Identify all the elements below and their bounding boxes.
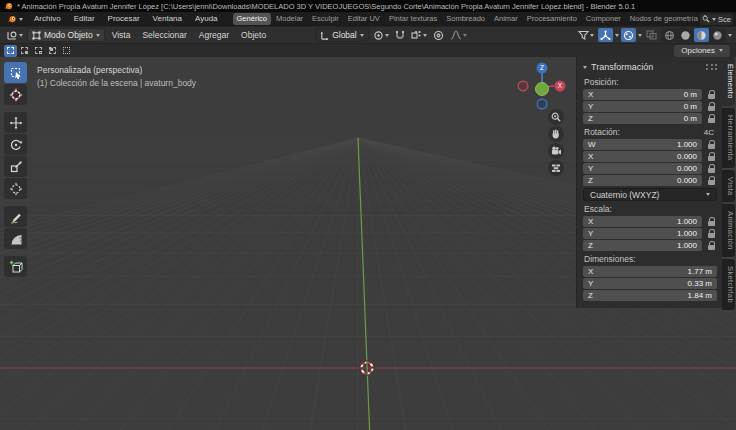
menu-vista[interactable]: Vista bbox=[107, 28, 136, 42]
rotation-w-field[interactable]: W1.000 bbox=[583, 139, 702, 150]
gizmos-toggle[interactable] bbox=[598, 28, 613, 42]
select-mode-invert-button[interactable] bbox=[46, 45, 59, 57]
lock-icon[interactable] bbox=[706, 115, 717, 123]
grip-icon[interactable] bbox=[706, 64, 717, 70]
dimensions-y-field[interactable]: Y0.33 m bbox=[583, 278, 717, 289]
workspace-tab-animar[interactable]: Animar bbox=[490, 13, 522, 25]
workspace-tab-modelar[interactable]: Modelar bbox=[272, 13, 307, 25]
tab-herramienta[interactable]: Herramienta bbox=[722, 108, 735, 168]
select-mode-set-button[interactable] bbox=[4, 45, 17, 57]
title-bar: * Animación Propia Avaturn Jennifer Lópe… bbox=[0, 0, 736, 12]
overlays-dropdown-chevron[interactable] bbox=[638, 34, 642, 37]
pivot-point-dropdown[interactable] bbox=[371, 28, 391, 42]
shading-wireframe-button[interactable] bbox=[662, 28, 677, 42]
lock-icon[interactable] bbox=[706, 103, 717, 111]
tab-elemento[interactable]: Elemento bbox=[722, 57, 735, 106]
menu-seleccionar[interactable]: Seleccionar bbox=[137, 28, 191, 42]
proportional-falloff-dropdown[interactable] bbox=[448, 28, 469, 42]
panel-header[interactable]: Transformación bbox=[583, 60, 717, 74]
transform-orientation-dropdown[interactable]: Global bbox=[315, 28, 369, 42]
scale-z-field[interactable]: Z1.000 bbox=[583, 240, 702, 251]
lock-icon[interactable] bbox=[706, 141, 717, 149]
zoom-button[interactable] bbox=[548, 109, 564, 125]
menu-archivo[interactable]: Archivo bbox=[28, 13, 67, 25]
menu-ayuda[interactable]: Ayuda bbox=[189, 13, 224, 25]
tool-measure[interactable] bbox=[4, 228, 27, 249]
overlays-toggle[interactable] bbox=[621, 28, 636, 42]
workspace-tab-sombreado[interactable]: Sombreado bbox=[442, 13, 489, 25]
proportional-editing-toggle[interactable] bbox=[431, 28, 446, 42]
navigation-gizmo[interactable]: Z X bbox=[516, 58, 566, 116]
workspace-tab-esculpir[interactable]: Esculpir bbox=[308, 13, 343, 25]
object-visibility-dropdown[interactable] bbox=[576, 28, 596, 42]
tool-annotate[interactable] bbox=[4, 206, 27, 227]
shading-solid-button[interactable] bbox=[678, 28, 693, 42]
gizmos-dropdown-chevron[interactable] bbox=[615, 34, 619, 37]
menu-procesar[interactable]: Procesar bbox=[102, 13, 146, 25]
chevron-down-icon bbox=[712, 18, 716, 21]
lock-icon[interactable] bbox=[706, 230, 717, 238]
position-y-field[interactable]: Y0 m bbox=[583, 101, 702, 112]
workspace-tab-generico[interactable]: Genérico bbox=[233, 13, 271, 25]
rotation-mode-badge[interactable]: 4C bbox=[704, 128, 714, 137]
rotation-x-field[interactable]: X0.000 bbox=[583, 151, 702, 162]
viewport-3d[interactable]: Personalizada (perspectiva) (1) Colecció… bbox=[0, 57, 736, 430]
tool-move[interactable] bbox=[4, 112, 27, 133]
lock-icon[interactable] bbox=[706, 153, 717, 161]
pan-button[interactable] bbox=[548, 126, 564, 142]
snap-toggle[interactable] bbox=[393, 28, 407, 42]
dimensions-x-field[interactable]: X1.77 m bbox=[583, 266, 717, 277]
shading-rendered-button[interactable] bbox=[710, 28, 725, 42]
rotation-z-field[interactable]: Z0.000 bbox=[583, 175, 702, 186]
workspace-tab-componer[interactable]: Componer bbox=[582, 13, 625, 25]
tool-transform[interactable] bbox=[4, 178, 27, 199]
tool-select-box[interactable] bbox=[4, 62, 27, 83]
tool-add-cube[interactable] bbox=[4, 256, 27, 277]
cursor-3d-icon bbox=[9, 88, 23, 102]
menu-agregar[interactable]: Agregar bbox=[194, 28, 234, 42]
tool-rotate[interactable] bbox=[4, 134, 27, 155]
rotation-y-row: Y0.000 bbox=[583, 163, 717, 174]
tab-animacion[interactable]: Animación bbox=[722, 204, 735, 257]
lock-icon[interactable] bbox=[706, 165, 717, 173]
chevron-down-icon bbox=[590, 34, 594, 37]
position-z-field[interactable]: Z0 m bbox=[583, 113, 702, 124]
scale-y-field[interactable]: Y1.000 bbox=[583, 228, 702, 239]
blender-logo-icon bbox=[7, 15, 17, 24]
scene-icon bbox=[702, 15, 710, 23]
lock-icon[interactable] bbox=[706, 91, 717, 99]
menu-editar[interactable]: Editar bbox=[68, 13, 101, 25]
tab-sketchfab[interactable]: Sketchfab bbox=[722, 259, 735, 310]
mode-dropdown[interactable]: Modo Objeto bbox=[27, 28, 105, 42]
dimensions-z-field[interactable]: Z1.84 m bbox=[583, 290, 717, 301]
xray-toggle[interactable] bbox=[644, 28, 659, 42]
workspace-tab-pintar-texturas[interactable]: Pintar texturas bbox=[385, 13, 441, 25]
tab-vista[interactable]: Vista bbox=[722, 170, 735, 203]
options-button[interactable]: Opciones bbox=[674, 45, 730, 57]
perspective-toggle-button[interactable] bbox=[548, 160, 564, 176]
lock-icon[interactable] bbox=[706, 242, 717, 250]
snap-target-dropdown[interactable] bbox=[409, 28, 429, 42]
workspace-tab-procesamiento[interactable]: Procesamiento bbox=[523, 13, 581, 25]
select-mode-intersect-button[interactable] bbox=[60, 45, 73, 57]
workspace-tab-nodos-geometria[interactable]: Nodos de geometría bbox=[626, 13, 699, 25]
select-mode-subtract-button[interactable] bbox=[32, 45, 45, 57]
menu-objeto[interactable]: Objeto bbox=[236, 28, 271, 42]
shading-material-button[interactable] bbox=[694, 28, 709, 42]
tool-cursor[interactable] bbox=[4, 84, 27, 105]
lock-icon[interactable] bbox=[706, 218, 717, 226]
camera-view-button[interactable] bbox=[548, 143, 564, 159]
workspace-tab-editar-uv[interactable]: Editar UV bbox=[344, 13, 384, 25]
editor-type-button[interactable] bbox=[4, 28, 25, 42]
scene-selector[interactable]: Sce bbox=[700, 14, 733, 25]
app-menu-button[interactable] bbox=[3, 13, 27, 25]
rotation-y-field[interactable]: Y0.000 bbox=[583, 163, 702, 174]
shading-dropdown-chevron[interactable] bbox=[728, 34, 732, 37]
tool-scale[interactable] bbox=[4, 156, 27, 177]
position-x-field[interactable]: X0 m bbox=[583, 89, 702, 100]
lock-icon[interactable] bbox=[706, 177, 717, 185]
select-mode-extend-button[interactable] bbox=[18, 45, 31, 57]
rotation-mode-dropdown[interactable]: Cuaternio (WXYZ) bbox=[583, 188, 717, 201]
scale-x-field[interactable]: X1.000 bbox=[583, 216, 702, 227]
menu-ventana[interactable]: Ventana bbox=[147, 13, 188, 25]
